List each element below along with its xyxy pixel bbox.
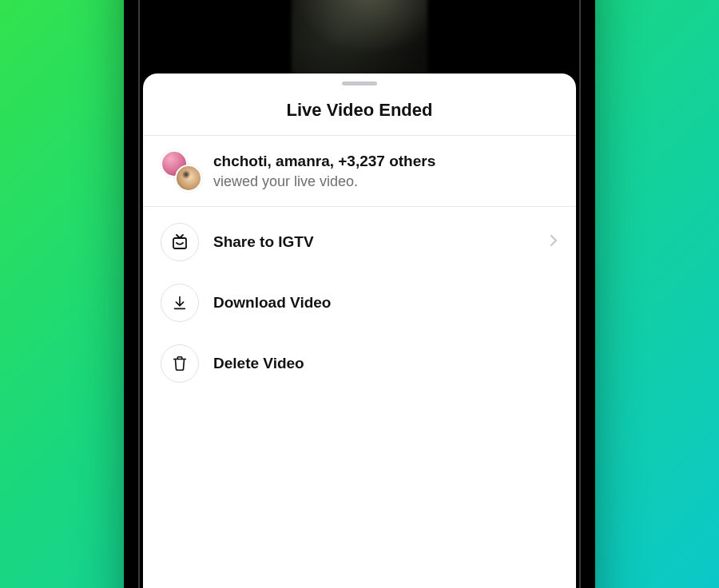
viewers-row[interactable]: chchoti, amanra, +3,237 others viewed yo… (143, 136, 576, 206)
action-sheet: Live Video Ended chchoti, amanra, +3,237… (143, 74, 576, 588)
share-to-igtv-row[interactable]: Share to IGTV (143, 212, 576, 272)
sheet-grabber[interactable] (342, 81, 377, 85)
viewer-summary: chchoti, amanra, +3,237 others (213, 151, 435, 172)
delete-label: Delete Video (213, 355, 558, 372)
phone-frame: Live Video Ended chchoti, amanra, +3,237… (124, 0, 595, 588)
download-video-row[interactable]: Download Video (143, 272, 576, 333)
avatar (175, 165, 202, 192)
chevron-right-icon (549, 233, 558, 251)
viewer-avatars (161, 150, 202, 192)
trash-icon (161, 344, 199, 383)
live-video-thumbnail (292, 0, 427, 83)
download-icon (161, 284, 199, 322)
sheet-title: Live Video Ended (143, 92, 576, 135)
download-label: Download Video (213, 294, 558, 312)
phone-inner-frame: Live Video Ended chchoti, amanra, +3,237… (138, 0, 581, 588)
igtv-icon (161, 223, 199, 261)
share-label: Share to IGTV (213, 233, 534, 251)
action-list: Share to IGTV (143, 207, 576, 399)
viewer-text: chchoti, amanra, +3,237 others viewed yo… (213, 151, 435, 191)
viewer-subtitle: viewed your live video. (213, 172, 435, 191)
phone-screen: Live Video Ended chchoti, amanra, +3,237… (143, 0, 576, 588)
delete-video-row[interactable]: Delete Video (143, 333, 576, 394)
